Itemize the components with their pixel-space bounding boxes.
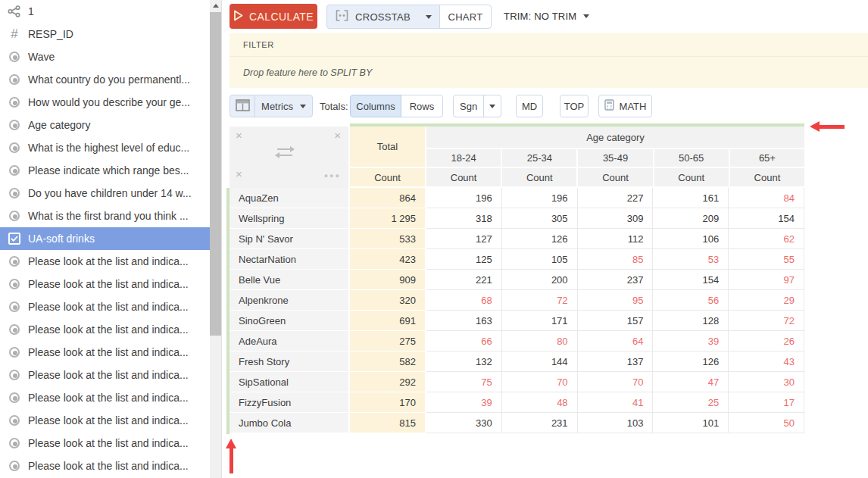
column-header[interactable]: 65+ [730, 149, 804, 168]
count-cell: 128 [653, 311, 729, 331]
count-cell: 72 [729, 311, 804, 331]
table-layout-button[interactable] [229, 95, 255, 117]
row-label[interactable]: AdeAura [229, 331, 350, 351]
split-by-dropzone[interactable]: Drop feature here to SPLIT BY [229, 57, 868, 88]
sidebar-item-country[interactable]: What country do you permanentl... [0, 68, 210, 91]
sidebar-item-list-2[interactable]: Please look at the list and indica... [0, 273, 210, 295]
row-label[interactable]: Jumbo Cola [229, 413, 350, 433]
sidebar-item-list-4[interactable]: Please look at the list and indica... [0, 318, 210, 341]
md-button[interactable]: MD [516, 95, 543, 117]
count-cell: 55 [729, 249, 804, 270]
sidebar-item-age-category[interactable]: Age category [0, 114, 210, 136]
close-icon[interactable]: × [236, 168, 242, 180]
play-icon [233, 10, 243, 23]
count-cell: 126 [653, 351, 729, 372]
sidebar-item-label: Do you have children under 14 w... [28, 187, 192, 199]
sidebar-item-wave[interactable]: Wave [0, 45, 210, 68]
table-row: Belle Vue 909 221 200 237 154 97 [229, 270, 804, 290]
calculate-button[interactable]: CALCULATE [229, 4, 317, 29]
sidebar-item-list-8[interactable]: Please look at the list and indica... [0, 409, 210, 432]
columns-dropzone-highlight[interactable] [350, 123, 804, 127]
count-cell: 231 [502, 413, 578, 433]
sidebar-item-resp-id[interactable]: # RESP_ID [0, 23, 210, 45]
sidebar-item-gender[interactable]: How would you describe your ge... [0, 91, 210, 114]
crosstab-mode-button[interactable]: CROSSTAB [326, 5, 440, 29]
count-cell: 25 [653, 392, 729, 413]
column-header[interactable]: 18-24 [426, 149, 502, 168]
sidebar-item-education[interactable]: What is the highest level of educ... [0, 136, 210, 159]
sidebar-item-label: UA-soft drinks [28, 233, 95, 245]
radio-icon [7, 49, 22, 64]
table-row: NectarNation 423 125 105 85 53 55 [229, 249, 804, 270]
sidebar-item-label: Please look at the list and indica... [28, 278, 189, 290]
rows-dropzone-highlight[interactable] [226, 188, 229, 434]
row-label[interactable]: Fresh Story [229, 351, 350, 372]
sidebar-item-range[interactable]: Please indicate which range bes... [0, 159, 210, 182]
totals-columns-toggle[interactable]: Columns [350, 95, 401, 117]
column-header[interactable]: 25-34 [502, 149, 578, 168]
sidebar-item-list-10[interactable]: Please look at the list and indica... [0, 455, 210, 477]
total-header-label[interactable]: Total [350, 127, 425, 168]
total-cell: 533 [350, 229, 426, 249]
sidebar-item-list-9[interactable]: Please look at the list and indica... [0, 432, 210, 455]
sidebar-item-children[interactable]: Do you have children under 14 w... [0, 182, 210, 205]
sidebar-item-list-3[interactable]: Please look at the list and indica... [0, 295, 210, 318]
column-header[interactable]: 35-49 [578, 149, 654, 168]
row-label[interactable]: Belle Vue [229, 270, 350, 290]
row-label[interactable]: SipSational [229, 372, 350, 392]
row-label[interactable]: NectarNation [229, 249, 350, 270]
radio-icon [7, 390, 22, 405]
sidebar-scrollbar[interactable] [210, 0, 221, 478]
chevron-down-icon[interactable] [483, 95, 501, 117]
sidebar-item-label: Please look at the list and indica... [28, 414, 189, 426]
count-cell: 85 [578, 249, 654, 270]
row-label[interactable]: Wellspring [229, 208, 350, 229]
radio-icon [7, 276, 22, 292]
measure-label: Count [578, 168, 654, 188]
significance-dropdown[interactable]: Sgn [453, 95, 501, 117]
column-header[interactable]: 50-65 [654, 149, 730, 168]
group-header-label[interactable]: Age category [426, 127, 804, 149]
annotation-arrow-left [810, 121, 845, 132]
chart-mode-button[interactable]: CHART [439, 5, 492, 29]
close-icon[interactable]: × [236, 130, 242, 141]
metrics-dropdown[interactable]: Metrics [254, 95, 313, 117]
row-label[interactable]: FizzyFusion [229, 392, 350, 413]
ellipsis-menu-icon[interactable]: ●●● [324, 172, 341, 180]
row-label[interactable]: Alpenkrone [229, 290, 350, 311]
radio-icon [7, 367, 22, 383]
count-cell: 66 [426, 331, 502, 351]
swap-axes-icon[interactable] [272, 145, 298, 163]
measure-label: Count [426, 168, 502, 188]
sidebar-item-ua-soft-drinks[interactable]: UA-soft drinks [0, 227, 210, 250]
count-cell: 72 [502, 290, 578, 311]
scrollbar-up-button[interactable] [210, 0, 221, 11]
count-cell: 161 [653, 188, 729, 208]
total-measure-label: Count [350, 168, 425, 188]
count-cell: 196 [502, 188, 578, 208]
sidebar-item-list-5[interactable]: Please look at the list and indica... [0, 341, 210, 364]
math-label: MATH [620, 101, 647, 112]
sidebar-item-list-1[interactable]: Please look at the list and indica... [0, 250, 210, 273]
sidebar-item-list-6[interactable]: Please look at the list and indica... [0, 364, 210, 386]
count-cell: 330 [426, 413, 502, 433]
trim-dropdown[interactable]: TRIM: NO TRIM [504, 11, 589, 22]
sidebar-item-first-brand[interactable]: What is the first brand you think ... [0, 205, 210, 227]
totals-rows-toggle[interactable]: Rows [401, 95, 443, 117]
row-label[interactable]: Sip N' Savor [229, 229, 350, 249]
sidebar-item-hierarchy[interactable]: 1 [0, 0, 210, 23]
filter-dropzone[interactable]: FILTER [229, 33, 868, 57]
radio-icon [7, 299, 22, 314]
count-cell: 126 [502, 229, 578, 249]
count-cell: 95 [578, 290, 654, 311]
total-cell: 582 [350, 351, 426, 372]
math-button[interactable]: MATH [598, 95, 652, 117]
radio-icon [7, 458, 22, 473]
close-icon[interactable]: × [334, 130, 341, 141]
sidebar-item-list-7[interactable]: Please look at the list and indica... [0, 386, 210, 409]
split-by-placeholder: Drop feature here to SPLIT BY [243, 67, 372, 78]
row-label[interactable]: SinoGreen [229, 311, 350, 331]
top-button[interactable]: TOP [560, 95, 589, 117]
scrollbar-thumb[interactable] [210, 12, 221, 336]
row-label[interactable]: AquaZen [229, 188, 350, 208]
